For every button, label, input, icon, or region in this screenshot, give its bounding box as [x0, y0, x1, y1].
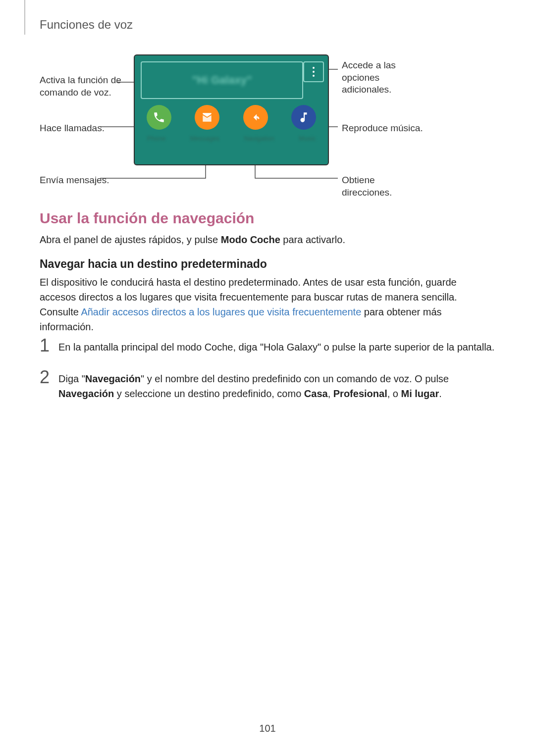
step-number: 2 [40, 368, 58, 386]
callout-options: Accede a las opciones adicionales. [342, 59, 426, 96]
text: y seleccione un destino predefinido, com… [114, 388, 304, 399]
label-messages: Messages [190, 135, 219, 142]
voice-command-banner: "Hi Galaxy" [141, 61, 303, 99]
music-note-icon [297, 111, 310, 124]
app-labels-row: Phone Messages Navigation Music [135, 135, 328, 142]
text: Diga " [58, 373, 85, 384]
bold-text: Mi lugar [401, 388, 439, 399]
subsection-body: El dispositivo le conducirá hasta el des… [40, 275, 495, 334]
text: " y el nombre del destino predefinido co… [141, 373, 449, 384]
step-1: 1 En la pantalla principal del modo Coch… [40, 337, 495, 354]
section-intro: Abra el panel de ajustes rápidos, y puls… [40, 233, 495, 247]
navigation-button [243, 105, 268, 130]
label-navigation: Navigation [244, 135, 274, 142]
callout-calls: Hace llamadas. [40, 122, 105, 135]
callout-dir: Obtiene direcciones. [342, 174, 426, 199]
page-number: 101 [0, 723, 535, 734]
car-mode-screen: "Hi Galaxy" [134, 54, 329, 165]
text: , [328, 388, 333, 399]
music-button [291, 105, 316, 130]
page-header: Funciones de voz [40, 18, 133, 32]
phone-button [147, 105, 171, 130]
text: , o [387, 388, 401, 399]
subsection-heading: Navegar hacia un destino predeterminado [40, 257, 267, 271]
callout-msg: Envía mensajes. [40, 174, 109, 187]
cross-reference-link[interactable]: Añadir accesos directos a los lugares qu… [81, 306, 361, 317]
step-text: Diga "Navegación" y el nombre del destin… [58, 368, 495, 401]
dots-icon [313, 75, 315, 77]
section-heading: Usar la función de navegación [40, 210, 254, 227]
more-options-button [303, 61, 324, 82]
dots-icon [313, 67, 315, 69]
messages-button [195, 105, 219, 130]
label-phone: Phone [147, 135, 166, 142]
margin-rule [24, 0, 25, 35]
callout-voice: Activa la función de comando de voz. [40, 74, 124, 99]
text: para activarlo. [280, 234, 345, 245]
callout-music: Reproduce música. [342, 122, 423, 135]
bold-text: Modo Coche [221, 234, 280, 245]
step-2: 2 Diga "Navegación" y el nombre del dest… [40, 368, 495, 401]
steps-list: 1 En la pantalla principal del modo Coch… [40, 337, 495, 415]
bold-text: Casa [304, 388, 328, 399]
bold-text: Navegación [85, 373, 141, 384]
text: . [439, 388, 442, 399]
envelope-icon [201, 111, 214, 124]
step-number: 1 [40, 337, 58, 354]
arrow-back-icon [249, 111, 262, 124]
phone-icon [153, 111, 165, 124]
text: Abra el panel de ajustes rápidos, y puls… [40, 234, 221, 245]
bold-text: Navegación [58, 388, 114, 399]
label-music: Music [299, 135, 316, 142]
app-shortcut-row [135, 105, 328, 130]
car-mode-diagram: Activa la función de comando de voz. Acc… [40, 54, 495, 188]
voice-hint-text: "Hi Galaxy" [192, 74, 252, 87]
step-text: En la pantalla principal del modo Coche,… [58, 337, 494, 354]
dots-icon [313, 71, 315, 73]
bold-text: Profesional [333, 388, 387, 399]
